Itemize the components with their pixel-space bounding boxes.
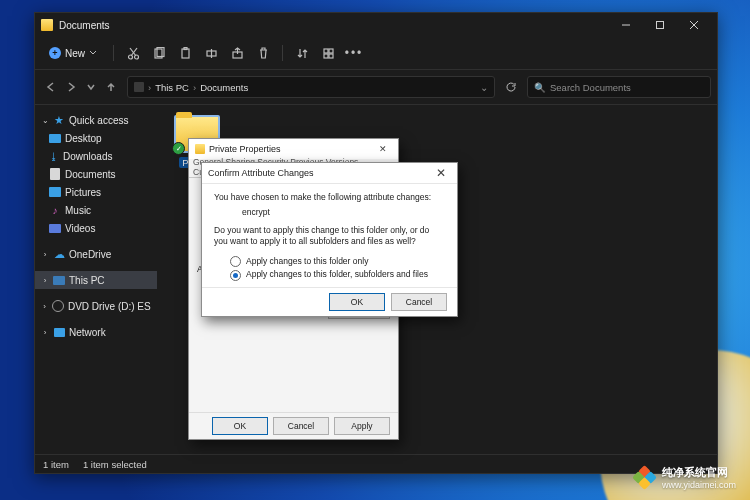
watermark: 纯净系统官网 www.yidaimei.com — [634, 465, 736, 490]
close-icon[interactable]: ✕ — [431, 166, 451, 180]
chevron-right-icon[interactable]: › — [41, 302, 48, 311]
chevron-down-icon — [89, 49, 97, 57]
sidebar-item-music[interactable]: ♪Music — [35, 201, 157, 219]
cloud-icon: ☁ — [53, 248, 65, 260]
confirm-attribute-dialog: Confirm Attribute Changes ✕ You have cho… — [201, 162, 458, 317]
new-label: New — [65, 48, 85, 59]
search-input[interactable]: 🔍 Search Documents — [527, 76, 711, 98]
sidebar-dvd-drive[interactable]: ›DVD Drive (D:) ESD-I — [35, 297, 157, 315]
sidebar-item-label: Downloads — [63, 151, 112, 162]
cancel-button[interactable]: Cancel — [273, 417, 329, 435]
sidebar-item-label: Quick access — [69, 115, 128, 126]
ok-button[interactable]: OK — [212, 417, 268, 435]
music-icon: ♪ — [49, 204, 61, 216]
up-button[interactable] — [101, 77, 121, 97]
copy-icon[interactable] — [148, 42, 170, 64]
rename-icon[interactable] — [200, 42, 222, 64]
sidebar-this-pc[interactable]: ›This PC — [35, 271, 157, 289]
sidebar-item-downloads[interactable]: ⭳Downloads — [35, 147, 157, 165]
download-icon: ⭳ — [49, 151, 59, 161]
videos-icon — [49, 224, 61, 233]
desktop-icon — [49, 134, 61, 143]
maximize-button[interactable] — [643, 13, 677, 37]
sidebar-item-desktop[interactable]: Desktop — [35, 129, 157, 147]
ok-button[interactable]: OK — [329, 293, 385, 311]
close-icon[interactable]: ✕ — [374, 144, 392, 154]
radio-icon — [230, 270, 241, 281]
radio-icon — [230, 256, 241, 267]
radio-label: Apply changes to this folder only — [246, 256, 368, 267]
svg-rect-18 — [329, 54, 333, 58]
back-button[interactable] — [41, 77, 61, 97]
sidebar-item-label: DVD Drive (D:) ESD-I — [68, 301, 151, 312]
view-icon[interactable] — [317, 42, 339, 64]
radio-folder-only[interactable]: Apply changes to this folder only — [230, 256, 445, 267]
watermark-logo-icon — [634, 467, 656, 489]
breadcrumb-current[interactable]: Documents — [200, 82, 248, 93]
navigation-pane: ⌄★Quick access Desktop ⭳Downloads Docume… — [35, 105, 157, 454]
confirm-line1: You have chosen to make the following at… — [214, 192, 445, 203]
window-title: Documents — [59, 20, 609, 31]
confirm-attribute: encrypt — [214, 203, 445, 224]
svg-rect-17 — [324, 54, 328, 58]
confirm-titlebar[interactable]: Confirm Attribute Changes ✕ — [202, 163, 457, 184]
folder-icon — [195, 144, 205, 154]
chevron-right-icon[interactable]: › — [41, 276, 49, 285]
sidebar-item-pictures[interactable]: Pictures — [35, 183, 157, 201]
status-selected: 1 item selected — [83, 459, 147, 470]
plus-icon: + — [49, 47, 61, 59]
apply-button[interactable]: Apply — [334, 417, 390, 435]
sidebar-item-label: Pictures — [65, 187, 101, 198]
paste-icon[interactable] — [174, 42, 196, 64]
sidebar-quick-access[interactable]: ⌄★Quick access — [35, 111, 157, 129]
close-button[interactable] — [677, 13, 711, 37]
properties-titlebar[interactable]: Private Properties ✕ — [189, 139, 398, 159]
confirm-title: Confirm Attribute Changes — [208, 168, 431, 178]
chevron-down-icon[interactable]: ⌄ — [480, 82, 488, 93]
sidebar-onedrive[interactable]: ›☁OneDrive — [35, 245, 157, 263]
cut-icon[interactable] — [122, 42, 144, 64]
recent-button[interactable] — [81, 77, 101, 97]
sidebar-item-label: Documents — [65, 169, 116, 180]
share-icon[interactable] — [226, 42, 248, 64]
radio-folder-subfolders[interactable]: Apply changes to this folder, subfolders… — [230, 269, 445, 280]
pictures-icon — [49, 187, 61, 197]
chevron-down-icon[interactable]: ⌄ — [41, 116, 49, 125]
confirm-buttons: OK Cancel — [202, 287, 457, 316]
breadcrumb[interactable]: › This PC › Documents ⌄ — [127, 76, 495, 98]
svg-rect-1 — [657, 22, 664, 29]
address-bar-row: › This PC › Documents ⌄ 🔍 Search Documen… — [35, 70, 717, 105]
properties-buttons: OK Cancel Apply — [189, 412, 398, 439]
new-button[interactable]: + New — [41, 44, 105, 62]
titlebar[interactable]: Documents — [35, 13, 717, 37]
chevron-right-icon[interactable]: › — [41, 328, 49, 337]
sidebar-item-documents[interactable]: Documents — [35, 165, 157, 183]
folder-icon — [41, 19, 53, 31]
delete-icon[interactable] — [252, 42, 274, 64]
network-icon — [54, 328, 65, 337]
radio-label: Apply changes to this folder, subfolders… — [246, 269, 428, 280]
breadcrumb-root[interactable]: This PC — [155, 82, 189, 93]
forward-button[interactable] — [61, 77, 81, 97]
sidebar-item-videos[interactable]: Videos — [35, 219, 157, 237]
sidebar-network[interactable]: ›Network — [35, 323, 157, 341]
chevron-right-icon: › — [148, 82, 151, 93]
minimize-button[interactable] — [609, 13, 643, 37]
status-bar: 1 item 1 item selected — [35, 454, 717, 473]
confirm-line2: Do you want to apply this change to this… — [214, 225, 445, 248]
watermark-text: 纯净系统官网 — [662, 465, 736, 480]
sidebar-item-label: Videos — [65, 223, 95, 234]
chevron-right-icon[interactable]: › — [41, 250, 49, 259]
watermark-url: www.yidaimei.com — [662, 480, 736, 490]
separator — [113, 45, 114, 61]
chevron-right-icon: › — [193, 82, 196, 93]
sidebar-item-label: Desktop — [65, 133, 102, 144]
search-icon: 🔍 — [534, 82, 546, 93]
sidebar-item-label: Music — [65, 205, 91, 216]
pc-icon — [134, 82, 144, 92]
cancel-button[interactable]: Cancel — [391, 293, 447, 311]
refresh-button[interactable] — [501, 77, 521, 97]
more-icon[interactable]: ••• — [343, 42, 365, 64]
sort-icon[interactable] — [291, 42, 313, 64]
document-icon — [50, 168, 60, 180]
